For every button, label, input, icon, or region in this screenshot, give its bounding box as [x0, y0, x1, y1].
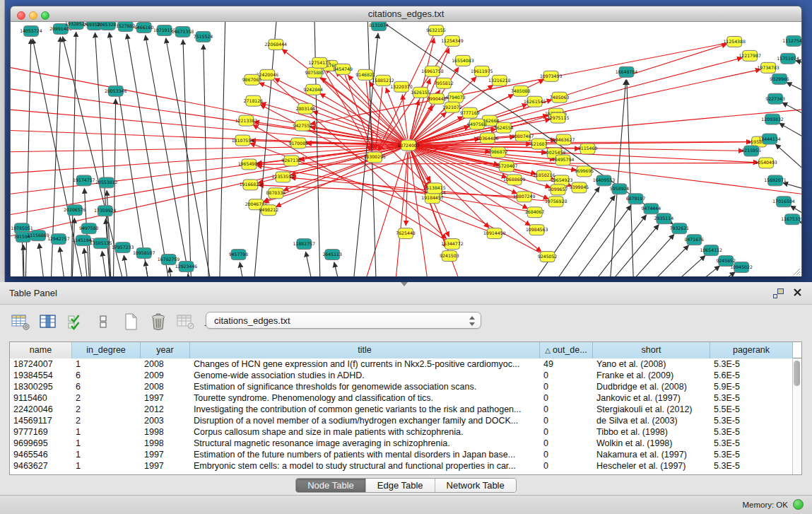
- network-node[interactable]: 16409553: [593, 175, 616, 186]
- network-node[interactable]: 16554083: [452, 55, 474, 66]
- network-node[interactable]: 9990448: [427, 93, 447, 104]
- memory-indicator[interactable]: [793, 499, 804, 510]
- network-node[interactable]: 9632155: [426, 25, 446, 35]
- network-node[interactable]: 7955812: [434, 78, 454, 88]
- network-node[interactable]: 18107554: [232, 135, 254, 146]
- network-node[interactable]: 14055724: [20, 25, 42, 36]
- network-edge[interactable]: [107, 190, 112, 276]
- network-edge[interactable]: [261, 103, 402, 144]
- network-node[interactable]: 8215955: [741, 146, 761, 156]
- network-edge[interactable]: [663, 272, 735, 276]
- network-node[interactable]: 5958924: [610, 184, 630, 194]
- network-node[interactable]: 9427552: [293, 120, 313, 131]
- network-edge[interactable]: [610, 245, 688, 276]
- network-edge[interactable]: [783, 182, 801, 198]
- network-node[interactable]: 9699695: [575, 166, 594, 177]
- table-row[interactable]: 2242004622012Investigating the contribut…: [10, 404, 801, 415]
- network-edge[interactable]: [102, 251, 112, 276]
- network-edge[interactable]: [543, 205, 631, 276]
- network-node[interactable]: 9777169: [460, 107, 480, 118]
- network-node[interactable]: 15751074: [777, 53, 799, 64]
- network-node[interactable]: 11675335: [781, 214, 801, 225]
- network-node[interactable]: 7625448: [396, 228, 416, 239]
- network-node[interactable]: 8471676: [685, 235, 705, 245]
- network-node[interactable]: 7515524: [194, 31, 213, 42]
- network-node[interactable]: 10984563: [526, 225, 548, 235]
- network-node[interactable]: 17359924: [94, 206, 117, 216]
- window-titlebar[interactable]: citations_edges.txt: [11, 6, 801, 22]
- table-row[interactable]: 977716911998Corpus callosum shape and si…: [10, 426, 801, 438]
- network-node[interactable]: 9875885: [305, 67, 324, 78]
- select-all-icon[interactable]: [65, 312, 86, 332]
- network-edge[interactable]: [775, 144, 801, 198]
- tab-network-table[interactable]: Network Table: [435, 479, 516, 492]
- table-row[interactable]: 946554611997Estimation of the future num…: [10, 449, 801, 460]
- column-header-in_degree[interactable]: in_degree: [72, 342, 141, 358]
- network-node[interactable]: 15692071: [764, 175, 787, 186]
- network-edge[interactable]: [415, 147, 551, 187]
- column-header-pagerank[interactable]: pagerank: [710, 342, 793, 358]
- network-edge[interactable]: [392, 151, 408, 276]
- network-edge[interactable]: [410, 100, 419, 139]
- network-edge[interactable]: [218, 22, 225, 276]
- network-edge[interactable]: [204, 45, 210, 276]
- import-table-icon[interactable]: [175, 312, 196, 332]
- table-row[interactable]: 946362711997Embryonic stem cells: a mode…: [10, 460, 801, 472]
- network-node[interactable]: 10540493: [755, 158, 777, 168]
- network-node[interactable]: 9497588: [79, 223, 99, 234]
- network-node[interactable]: 28053346: [105, 86, 127, 96]
- network-edge[interactable]: [250, 22, 278, 276]
- network-edge[interactable]: [575, 225, 659, 276]
- network-node[interactable]: 9227343: [765, 93, 785, 104]
- network-node[interactable]: 3624554: [494, 122, 514, 133]
- network-edge[interactable]: [59, 247, 70, 276]
- splitter-handle[interactable]: [401, 282, 408, 286]
- network-edge[interactable]: [188, 274, 198, 276]
- network-node[interactable]: 11254349: [441, 35, 464, 46]
- network-edge[interactable]: [415, 146, 801, 199]
- network-node[interactable]: 12217987: [739, 50, 761, 61]
- network-node[interactable]: 7485063: [550, 92, 570, 103]
- table-row[interactable]: 1872400712008Changes of HCN gene express…: [10, 358, 801, 370]
- row-height-icon[interactable]: [93, 312, 114, 332]
- network-node[interactable]: 11882757: [293, 239, 316, 250]
- network-node[interactable]: 8099657: [548, 185, 568, 195]
- network-node[interactable]: 7986872: [488, 147, 508, 158]
- network-node[interactable]: 13220370: [390, 81, 413, 92]
- network-node[interactable]: 621607: [531, 139, 548, 149]
- network-edge[interactable]: [796, 61, 801, 71]
- vertical-scrollbar[interactable]: [792, 358, 801, 474]
- network-edge[interactable]: [645, 266, 719, 276]
- table-row[interactable]: 1938455462009Genome-wide association stu…: [10, 370, 801, 381]
- network-node[interactable]: 6497568: [467, 119, 487, 129]
- network-node[interactable]: 19166829: [240, 180, 262, 190]
- network-node[interactable]: 9498212: [259, 205, 279, 216]
- scrollbar-thumb[interactable]: [794, 361, 800, 386]
- network-edge[interactable]: [409, 151, 434, 276]
- network-edge[interactable]: [39, 243, 49, 276]
- network-edge[interactable]: [240, 262, 250, 276]
- column-header-out_de[interactable]: △out_de...: [540, 342, 593, 358]
- network-node[interactable]: 9867065: [242, 74, 262, 85]
- network-node[interactable]: 10654112: [700, 245, 723, 256]
- network-node[interactable]: 10958107: [133, 248, 155, 259]
- table-row[interactable]: 969969511998Structural magnetic resonanc…: [10, 438, 801, 449]
- network-edge[interactable]: [11, 107, 402, 145]
- network-node[interactable]: 22068444: [265, 39, 288, 49]
- network-node[interactable]: 10807467: [512, 131, 534, 141]
- network-node[interactable]: 6466160: [134, 22, 154, 33]
- network-edge[interactable]: [274, 78, 403, 143]
- network-node[interactable]: 11254388: [723, 36, 746, 47]
- table-selector[interactable]: citations_edges.txt: [206, 312, 481, 329]
- network-node[interactable]: 12213383: [235, 115, 258, 126]
- network-node[interactable]: 17957233: [112, 243, 134, 253]
- network-node[interactable]: 2718126: [244, 95, 264, 106]
- column-header-year[interactable]: year: [141, 342, 190, 358]
- network-edge[interactable]: [166, 38, 219, 276]
- network-node[interactable]: 9474444: [642, 204, 661, 214]
- network-node[interactable]: 1527602: [116, 22, 136, 31]
- network-edge[interactable]: [306, 252, 322, 276]
- network-node[interactable]: 8878334: [266, 188, 286, 199]
- network-edge[interactable]: [334, 262, 349, 276]
- network-edge[interactable]: [627, 80, 635, 276]
